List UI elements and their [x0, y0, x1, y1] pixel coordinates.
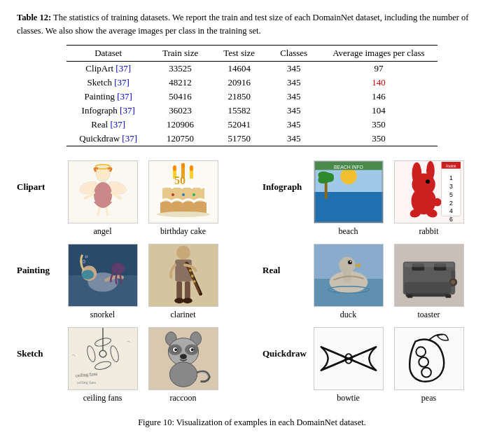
clarinet-caption: clarinet: [171, 310, 196, 320]
table-row: ClipArt [37] 335251460434597: [66, 61, 437, 76]
img-item-ceiling-fans: ceiling fans ceiling fans ceiling fans: [66, 327, 139, 403]
img-item-rabbit: 1 3 5 2 4 6 Rabbit rabbit: [392, 160, 465, 237]
domains-section: Clipart: [17, 160, 487, 410]
duck-caption: duck: [340, 310, 356, 320]
svg-point-104: [190, 348, 193, 351]
svg-point-23: [340, 167, 357, 184]
clipart-label: Clipart: [17, 160, 66, 193]
svg-point-71: [348, 260, 352, 264]
svg-point-19: [182, 193, 185, 196]
table-row: Infograph [37] 3602315582345104: [66, 104, 437, 118]
img-item-duck: duck: [312, 244, 385, 320]
quickdraw-label: Quickdraw: [262, 327, 312, 359]
raccoon-image: [148, 327, 218, 390]
svg-point-72: [349, 261, 351, 262]
table-row: Real [37] 12090652041345350: [66, 118, 437, 132]
svg-point-79: [451, 279, 455, 284]
painting-label: Painting: [17, 244, 66, 276]
svg-line-8: [106, 207, 108, 216]
ceiling-fans-caption: ceiling fans: [83, 393, 122, 403]
birthday-cake-caption: birthday cake: [160, 226, 206, 237]
svg-rect-49: [69, 244, 137, 275]
img-item-toaster: toaster: [392, 244, 465, 320]
img-item-angel: angel: [66, 160, 139, 237]
table-caption: Table 12: The statistics of training dat…: [17, 11, 487, 38]
clarinet-image: [148, 244, 218, 307]
svg-text:ceiling fans: ceiling fans: [76, 380, 96, 385]
snorkel-caption: snorkel: [90, 310, 115, 320]
svg-rect-63: [184, 281, 190, 300]
snorkel-image: [68, 244, 138, 307]
svg-point-52: [81, 270, 94, 279]
svg-text:Rabbit: Rabbit: [446, 164, 456, 167]
angel-caption: angel: [94, 226, 112, 237]
angel-image: [68, 160, 138, 223]
bowtie-image: [314, 327, 384, 390]
rabbit-image: 1 3 5 2 4 6 Rabbit: [394, 160, 464, 223]
domain-row-sketch-quickdraw: Sketch: [17, 327, 487, 403]
svg-point-64: [174, 298, 184, 303]
toaster-image: [394, 244, 464, 307]
svg-rect-84: [445, 294, 451, 298]
svg-text:4: 4: [449, 207, 452, 214]
ceiling-fans-image: ceiling fans ceiling fans: [68, 327, 138, 390]
svg-text:2: 2: [449, 199, 452, 206]
table-row: Painting [37] 5041621850345146: [66, 90, 437, 104]
svg-rect-85: [404, 263, 454, 267]
svg-rect-62: [176, 281, 182, 300]
svg-point-61: [192, 279, 195, 282]
svg-point-14: [190, 165, 193, 171]
rabbit-caption: rabbit: [419, 226, 439, 237]
col-avg: Average images per class: [320, 45, 438, 61]
svg-point-65: [183, 298, 192, 303]
svg-point-105: [180, 354, 187, 359]
domain-row-painting-real: Painting: [17, 244, 487, 320]
img-item-peas: peas: [392, 327, 465, 403]
col-test: Test size: [211, 45, 267, 61]
img-item-clarinet: clarinet: [146, 244, 220, 320]
svg-point-38: [426, 179, 430, 184]
img-item-bowtie: bowtie: [312, 327, 385, 403]
sketch-label: Sketch: [17, 327, 66, 359]
domain-row-clipart-infograph: Clipart: [17, 160, 487, 237]
svg-point-18: [172, 193, 174, 196]
toaster-caption: toaster: [418, 310, 440, 320]
statistics-table: Dataset Train size Test size Classes Ave…: [66, 45, 437, 146]
beach-caption: beach: [339, 226, 358, 237]
svg-text:3: 3: [449, 183, 452, 190]
birthday-cake-image: 50: [148, 160, 218, 223]
peas-caption: peas: [421, 393, 436, 403]
img-item-beach: BEACH INFO beach: [312, 160, 385, 237]
table-row: Quickdraw [37] 12075051750345350: [66, 132, 437, 146]
svg-text:6: 6: [449, 216, 452, 223]
peas-image: [394, 327, 464, 390]
svg-point-59: [188, 269, 191, 272]
img-item-birthday-cake: 50: [146, 160, 220, 237]
table-row: Sketch [37] 4821220916345140: [66, 76, 437, 90]
svg-point-106: [169, 361, 197, 386]
infograph-label: Infograph: [262, 160, 312, 193]
col-classes: Classes: [267, 45, 320, 61]
figure-caption: Figure 10: Visualization of examples in …: [17, 417, 487, 428]
img-item-snorkel: snorkel: [66, 244, 139, 320]
svg-point-57: [176, 245, 190, 259]
svg-text:5: 5: [449, 191, 452, 198]
svg-text:BEACH INFO: BEACH INFO: [334, 164, 363, 169]
duck-image: [314, 244, 384, 307]
img-item-raccoon: raccoon: [146, 327, 220, 403]
col-dataset: Dataset: [66, 45, 150, 61]
svg-line-7: [98, 207, 99, 216]
bowtie-caption: bowtie: [337, 393, 360, 403]
svg-point-60: [190, 275, 193, 277]
raccoon-caption: raccoon: [170, 393, 197, 403]
svg-point-37: [433, 198, 441, 206]
svg-point-103: [174, 348, 177, 351]
svg-rect-80: [451, 270, 455, 279]
svg-point-21: [157, 212, 210, 217]
svg-point-20: [192, 193, 195, 196]
svg-point-70: [339, 256, 356, 273]
svg-rect-83: [407, 294, 412, 298]
real-label: Real: [262, 244, 312, 276]
col-train: Train size: [150, 45, 211, 61]
svg-rect-81: [404, 282, 451, 293]
